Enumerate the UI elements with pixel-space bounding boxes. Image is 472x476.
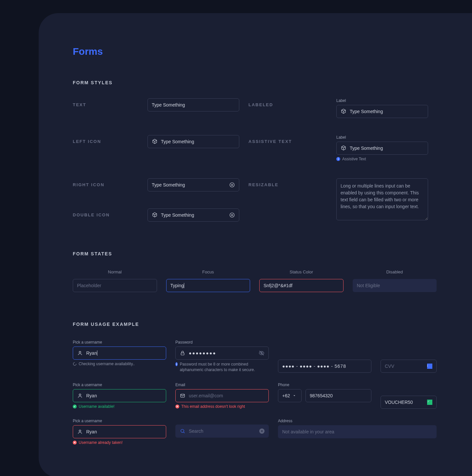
search-placeholder: Search — [189, 428, 256, 434]
input-doubleicon[interactable]: Type Something — [148, 208, 239, 222]
spinner-icon — [73, 362, 77, 366]
input-righticon[interactable]: Type Something — [148, 178, 239, 191]
chevron-down-icon — [291, 393, 297, 399]
password-input[interactable]: ●●●●●●●● — [175, 347, 269, 360]
label-lefticon: LEFT ICON — [73, 135, 138, 144]
svg-point-2 — [230, 213, 234, 217]
search-icon — [180, 428, 186, 434]
input-labeled-value: Type Something — [350, 109, 424, 114]
state-head-disabled: Disabled — [353, 269, 437, 274]
state-input-normal[interactable]: Placeholder — [73, 279, 157, 292]
username-value-1: Ryan — [86, 350, 97, 356]
info-icon: i — [175, 362, 178, 366]
cube-icon — [152, 212, 158, 218]
email-value: user.email@com — [189, 393, 265, 398]
username-msg-3: ✕ Username already taken! — [73, 440, 166, 445]
state-focus-value: Typing — [170, 283, 184, 288]
voucher-value: VOUCHER50 — [385, 400, 424, 405]
phone-label: Phone — [278, 383, 371, 387]
username-msg-2: ✓ Username available! — [73, 404, 166, 409]
svg-point-0 — [230, 183, 234, 187]
address-input: Not available in your area — [278, 425, 437, 438]
textarea-resizable[interactable]: Long or multiple lines input can be enab… — [336, 178, 428, 220]
user-icon — [77, 350, 83, 356]
password-msg: i Password must be 8 or more combined al… — [175, 362, 269, 373]
email-label: Email — [175, 383, 269, 387]
input-lefticon[interactable]: Type Something — [148, 135, 239, 148]
input-labeled[interactable]: Type Something — [336, 105, 428, 118]
assistive-row: i Assistive Text — [336, 157, 428, 161]
label-resizable: RESIZABLE — [248, 178, 327, 187]
username-value-3: Ryan — [86, 429, 162, 434]
cvv-input[interactable]: CVV i — [381, 360, 437, 373]
state-head-status: Status Color — [259, 269, 344, 274]
svg-point-10 — [79, 430, 81, 431]
section-form-states: Form States — [73, 251, 452, 256]
state-normal-placeholder: Placeholder — [77, 283, 153, 288]
svg-line-12 — [184, 432, 185, 433]
state-status-value: Snfj2@*&#1df — [264, 283, 339, 288]
username-input-2[interactable]: Ryan — [73, 389, 166, 402]
cube-icon — [341, 145, 346, 151]
circle-icon — [229, 182, 235, 188]
label-righticon: RIGHT ICON — [73, 178, 138, 187]
cube-icon — [341, 109, 346, 114]
address-value: Not available in your area — [282, 429, 432, 434]
user-icon — [77, 429, 83, 435]
input-lefticon-value: Type Something — [161, 139, 235, 144]
label-doubleicon: DOUBLE ICON — [73, 208, 138, 217]
username-input-1[interactable]: Ryan — [73, 347, 166, 360]
state-disabled-value: Not Eligible — [357, 283, 433, 288]
username-label-1: Pick a username — [73, 340, 166, 345]
cvv-placeholder: CVV — [385, 364, 424, 369]
state-input-focus[interactable]: Typing — [166, 279, 250, 292]
svg-rect-5 — [181, 353, 184, 355]
card-value: ●●●● - ●●●● - ●●●● - 5678 — [282, 364, 367, 369]
info-icon[interactable]: i — [427, 364, 432, 369]
text-cursor — [184, 283, 184, 288]
input-righticon-value: Type Something — [152, 182, 226, 188]
card-input[interactable]: ●●●● - ●●●● - ●●●● - 5678 — [278, 360, 371, 373]
mail-icon — [180, 393, 186, 399]
svg-point-3 — [231, 214, 233, 216]
search-input[interactable]: Search — [175, 425, 269, 438]
address-label: Address — [278, 419, 437, 423]
lock-icon — [180, 350, 186, 356]
error-icon: ✕ — [73, 441, 77, 445]
password-label: Password — [175, 340, 269, 345]
label-text: TEXT — [73, 98, 138, 107]
section-form-usage: Form Usage Example — [73, 322, 452, 327]
cube-icon — [152, 139, 158, 145]
input-assistive-value: Type Something — [350, 146, 424, 151]
circle-icon — [229, 212, 235, 218]
error-icon: ✕ — [175, 405, 179, 408]
input-text[interactable]: Type Something — [148, 98, 239, 111]
state-input-disabled: Not Eligible — [353, 279, 437, 292]
field-label-1: Label — [336, 98, 428, 103]
check-icon: ✓ — [73, 405, 77, 408]
email-input[interactable]: user.email@com — [175, 389, 269, 402]
phone-cc-select[interactable]: +62 — [278, 389, 302, 402]
username-label-2: Pick a username — [73, 383, 166, 387]
username-input-3[interactable]: Ryan — [73, 425, 166, 438]
svg-point-11 — [181, 429, 184, 432]
state-head-focus: Focus — [166, 269, 250, 274]
state-head-normal: Normal — [73, 269, 157, 274]
phone-number-input[interactable]: 987654320 — [305, 389, 371, 402]
label-labeled: LABELED — [248, 98, 327, 107]
assistive-text: Assistive Text — [342, 157, 366, 161]
clear-icon[interactable] — [259, 428, 265, 434]
username-value-2: Ryan — [86, 393, 162, 398]
username-label-3: Pick a username — [73, 419, 166, 423]
section-form-styles: Form Styles — [73, 80, 452, 85]
eye-off-icon[interactable] — [259, 350, 265, 356]
input-text-value: Type Something — [152, 102, 235, 108]
input-assistive[interactable]: Type Something — [336, 142, 428, 155]
info-icon: i — [336, 157, 340, 161]
password-value: ●●●●●●●● — [189, 350, 255, 356]
label-assistive: ASSISTIVE TEXT — [248, 135, 327, 144]
state-input-status[interactable]: Snfj2@*&#1df — [259, 279, 344, 292]
voucher-input[interactable]: VOUCHER50 ✓ — [381, 396, 437, 409]
email-msg: ✕ This email address doesn't look right — [175, 404, 269, 409]
page-title: Forms — [73, 46, 452, 57]
